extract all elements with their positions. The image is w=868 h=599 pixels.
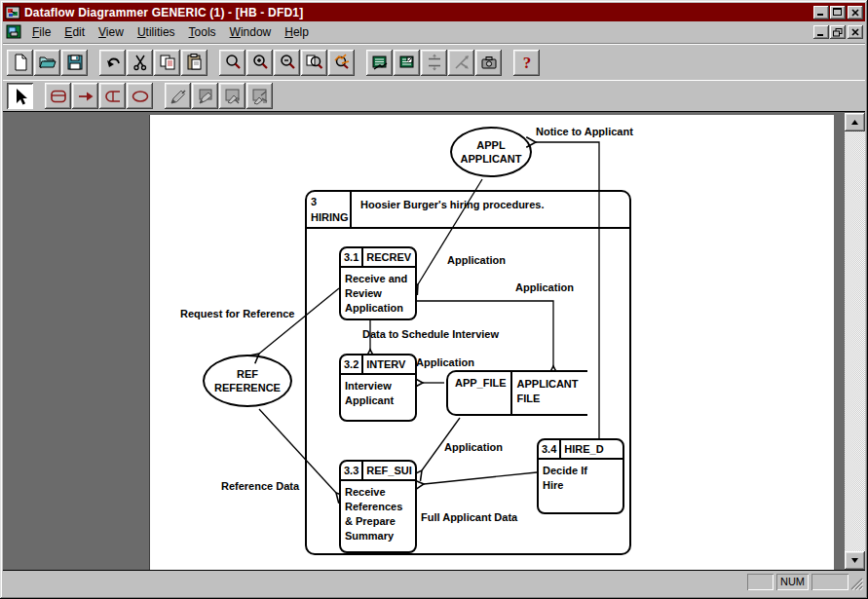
paste-clipboard-icon bbox=[185, 53, 205, 72]
vertical-scrollbar[interactable] bbox=[845, 113, 865, 570]
process-interv[interactable]: 3.2INTERV Interview Applicant bbox=[339, 354, 417, 422]
report-1-button[interactable] bbox=[366, 50, 393, 76]
menu-window[interactable]: Window bbox=[223, 22, 279, 42]
process-hire-d[interactable]: 3.4HIRE_D Decide If Hire bbox=[537, 438, 624, 514]
spacing-button[interactable] bbox=[421, 50, 447, 76]
mdi-minimize-button[interactable] bbox=[813, 25, 829, 39]
process-tool-button[interactable] bbox=[45, 83, 71, 109]
zoom-page-button[interactable] bbox=[301, 50, 327, 76]
style-tool-1-button[interactable] bbox=[165, 83, 191, 109]
scroll-down-button[interactable] bbox=[845, 551, 865, 570]
flow-label-notice[interactable]: Notice to Applicant bbox=[536, 126, 633, 137]
process-description: Receive and Review Application bbox=[341, 268, 415, 316]
mdi-close-button[interactable] bbox=[848, 25, 863, 39]
shape-toolbar bbox=[3, 80, 865, 112]
toolbar-separator bbox=[503, 62, 513, 63]
flow-label-application-to-31[interactable]: Application bbox=[447, 254, 506, 266]
open-button[interactable] bbox=[34, 50, 60, 76]
style-tool-2-button[interactable] bbox=[192, 83, 218, 109]
datastore-shape-icon bbox=[103, 87, 123, 106]
branch-arrows-icon bbox=[452, 53, 472, 72]
process-id: RECREV bbox=[363, 248, 413, 266]
toolbar-separator bbox=[154, 95, 165, 96]
toolbar-separator bbox=[34, 95, 45, 96]
zoom-button[interactable] bbox=[219, 50, 245, 76]
close-icon bbox=[851, 28, 860, 36]
process-number: 3.4 bbox=[539, 440, 561, 458]
open-folder-icon bbox=[38, 53, 57, 72]
paste-button[interactable] bbox=[181, 50, 208, 76]
zoom-magnifier-icon bbox=[223, 53, 243, 72]
menu-utilities[interactable]: Utilities bbox=[131, 22, 182, 42]
toolbar-separator bbox=[356, 62, 366, 63]
save-disk-icon bbox=[65, 53, 85, 72]
context-number: 3 bbox=[311, 194, 346, 209]
entity-reference[interactable]: REF REFERENCE bbox=[203, 355, 292, 407]
process-shape-icon bbox=[49, 87, 68, 106]
zoom-out-button[interactable] bbox=[274, 50, 300, 76]
zoom-page-magnifier-icon bbox=[305, 53, 324, 72]
pointer-tool-button[interactable] bbox=[7, 83, 33, 109]
flow-label-schedule[interactable]: Data to Schedule Interview bbox=[362, 328, 499, 340]
flow-label-application-to-store[interactable]: Application bbox=[515, 281, 574, 293]
status-num-panel: NUM bbox=[776, 574, 809, 590]
close-button[interactable] bbox=[848, 6, 863, 19]
process-ref-sui[interactable]: 3.3REF_SUI Receive References & Prepare … bbox=[339, 460, 417, 553]
flow-label-reference-data[interactable]: Reference Data bbox=[221, 480, 299, 492]
context-header: 3 HIRING Hoosier Burger's hiring procedu… bbox=[307, 192, 629, 229]
main-toolbar: ? bbox=[3, 44, 865, 80]
mdi-restore-button[interactable] bbox=[830, 25, 846, 39]
menu-view[interactable]: View bbox=[92, 22, 131, 42]
datastore-tool-button[interactable] bbox=[99, 83, 126, 109]
process-description: Receive References & Prepare Summary bbox=[341, 481, 415, 543]
entity-applicant[interactable]: APPL APPLICANT bbox=[450, 127, 532, 177]
undo-button[interactable] bbox=[99, 50, 126, 76]
status-message-panel bbox=[7, 574, 744, 590]
minimize-button[interactable] bbox=[813, 6, 829, 19]
flow-label-request-reference[interactable]: Request for Reference bbox=[180, 308, 294, 319]
style-brush-4-icon bbox=[250, 87, 270, 106]
new-document-icon bbox=[11, 53, 30, 72]
style-brush-2-icon bbox=[196, 87, 215, 106]
save-button[interactable] bbox=[61, 50, 88, 76]
process-id: HIRE_D bbox=[561, 440, 605, 458]
process-number: 3.3 bbox=[341, 462, 363, 479]
help-button[interactable]: ? bbox=[513, 50, 540, 76]
report-2-button[interactable] bbox=[394, 50, 420, 76]
entity-tool-button[interactable] bbox=[127, 83, 153, 109]
process-recrev[interactable]: 3.1RECREV Receive and Review Application bbox=[339, 246, 417, 320]
zoom-dynamic-button[interactable] bbox=[328, 50, 355, 76]
menu-edit[interactable]: Edit bbox=[57, 22, 92, 42]
style-tool-3-button[interactable] bbox=[219, 83, 245, 109]
zoom-in-magnifier-icon bbox=[250, 53, 270, 72]
flow-label-application-to-33[interactable]: Application bbox=[444, 441, 503, 453]
process-description: Interview Applicant bbox=[341, 375, 415, 408]
menu-help[interactable]: Help bbox=[278, 22, 316, 42]
datastore-app-file[interactable]: APP_FILE APPLICANT FILE bbox=[446, 370, 587, 416]
zoom-in-button[interactable] bbox=[246, 50, 273, 76]
branch-button[interactable] bbox=[448, 50, 474, 76]
context-title: Hoosier Burger's hiring procedures. bbox=[352, 192, 544, 227]
undo-arrow-icon bbox=[103, 53, 123, 72]
zoom-dynamic-magnifier-icon bbox=[332, 53, 352, 72]
flow-tool-button[interactable] bbox=[72, 83, 98, 109]
capture-button[interactable] bbox=[475, 50, 502, 76]
flow-label-application-to-32[interactable]: Application bbox=[416, 356, 474, 368]
resize-grip[interactable] bbox=[850, 574, 863, 590]
style-tool-4-button[interactable] bbox=[246, 83, 273, 109]
process-number: 3.1 bbox=[341, 248, 363, 266]
cut-button[interactable] bbox=[127, 50, 153, 76]
scroll-up-button[interactable] bbox=[845, 113, 865, 131]
arrow-up-icon bbox=[850, 119, 859, 126]
entity-name: APPLICANT bbox=[461, 153, 522, 165]
app-icon bbox=[5, 5, 20, 20]
copy-button[interactable] bbox=[154, 50, 180, 76]
menubar: File Edit View Utilities Tools Window He… bbox=[3, 21, 865, 44]
menu-file[interactable]: File bbox=[25, 22, 57, 42]
menu-tools[interactable]: Tools bbox=[182, 22, 223, 42]
flow-label-full-applicant[interactable]: Full Applicant Data bbox=[421, 511, 517, 523]
maximize-button[interactable] bbox=[830, 6, 846, 19]
style-brush-3-icon bbox=[223, 87, 243, 106]
new-button[interactable] bbox=[7, 50, 33, 76]
cut-scissors-icon bbox=[131, 53, 150, 72]
